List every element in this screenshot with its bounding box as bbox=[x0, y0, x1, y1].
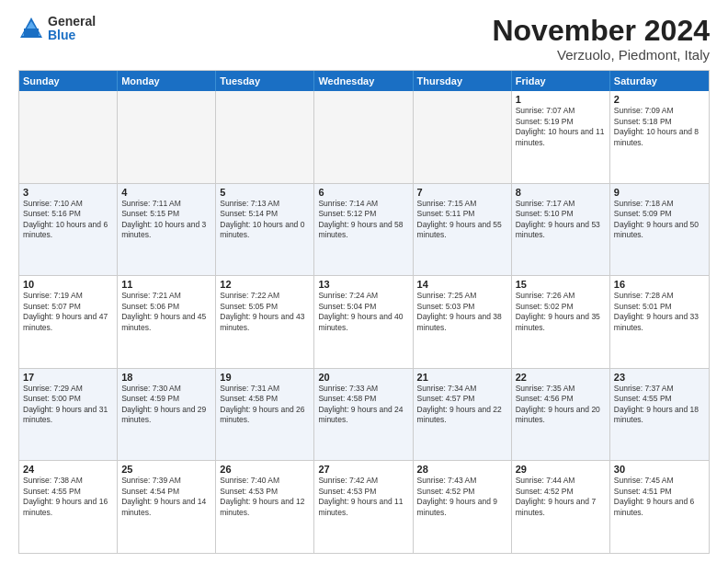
day-cell: 9Sunrise: 7:18 AM Sunset: 5:09 PM Daylig… bbox=[610, 184, 709, 276]
day-info: Sunrise: 7:26 AM Sunset: 5:02 PM Dayligh… bbox=[516, 291, 606, 333]
day-number: 18 bbox=[121, 372, 211, 383]
day-info: Sunrise: 7:07 AM Sunset: 5:19 PM Dayligh… bbox=[516, 106, 606, 148]
day-cell: 3Sunrise: 7:10 AM Sunset: 5:16 PM Daylig… bbox=[19, 184, 118, 276]
day-number: 15 bbox=[516, 279, 606, 290]
day-cell: 14Sunrise: 7:25 AM Sunset: 5:03 PM Dayli… bbox=[414, 276, 512, 368]
day-cell: 24Sunrise: 7:38 AM Sunset: 4:55 PM Dayli… bbox=[19, 461, 118, 553]
day-number: 4 bbox=[121, 187, 211, 198]
day-cell bbox=[118, 91, 216, 183]
week-row-2: 3Sunrise: 7:10 AM Sunset: 5:16 PM Daylig… bbox=[19, 184, 709, 277]
day-cell: 22Sunrise: 7:35 AM Sunset: 4:56 PM Dayli… bbox=[512, 369, 610, 461]
title-section: November 2024 Verzuolo, Piedmont, Italy bbox=[492, 15, 710, 63]
day-cell: 29Sunrise: 7:44 AM Sunset: 4:52 PM Dayli… bbox=[512, 461, 610, 553]
day-info: Sunrise: 7:13 AM Sunset: 5:14 PM Dayligh… bbox=[220, 199, 310, 241]
day-info: Sunrise: 7:14 AM Sunset: 5:12 PM Dayligh… bbox=[318, 199, 408, 241]
week-row-1: 1Sunrise: 7:07 AM Sunset: 5:19 PM Daylig… bbox=[19, 91, 709, 184]
day-number: 29 bbox=[516, 464, 606, 475]
day-cell bbox=[19, 91, 118, 183]
day-cell: 4Sunrise: 7:11 AM Sunset: 5:15 PM Daylig… bbox=[118, 184, 216, 276]
calendar-header: SundayMondayTuesdayWednesdayThursdayFrid… bbox=[19, 71, 709, 91]
calendar-body: 1Sunrise: 7:07 AM Sunset: 5:19 PM Daylig… bbox=[19, 91, 709, 553]
day-cell: 11Sunrise: 7:21 AM Sunset: 5:06 PM Dayli… bbox=[118, 276, 216, 368]
day-info: Sunrise: 7:19 AM Sunset: 5:07 PM Dayligh… bbox=[23, 291, 113, 333]
day-cell: 18Sunrise: 7:30 AM Sunset: 4:59 PM Dayli… bbox=[118, 369, 216, 461]
day-cell: 17Sunrise: 7:29 AM Sunset: 5:00 PM Dayli… bbox=[19, 369, 118, 461]
day-number: 26 bbox=[220, 464, 310, 475]
day-number: 19 bbox=[220, 372, 310, 383]
day-cell: 15Sunrise: 7:26 AM Sunset: 5:02 PM Dayli… bbox=[512, 276, 610, 368]
day-info: Sunrise: 7:17 AM Sunset: 5:10 PM Dayligh… bbox=[516, 199, 606, 241]
day-cell: 6Sunrise: 7:14 AM Sunset: 5:12 PM Daylig… bbox=[314, 184, 413, 276]
day-number: 30 bbox=[614, 464, 705, 475]
day-info: Sunrise: 7:45 AM Sunset: 4:51 PM Dayligh… bbox=[614, 476, 705, 518]
day-cell: 28Sunrise: 7:43 AM Sunset: 4:52 PM Dayli… bbox=[414, 461, 512, 553]
day-cell: 19Sunrise: 7:31 AM Sunset: 4:58 PM Dayli… bbox=[216, 369, 314, 461]
day-info: Sunrise: 7:34 AM Sunset: 4:57 PM Dayligh… bbox=[417, 384, 507, 426]
day-number: 11 bbox=[121, 279, 211, 290]
logo: General Blue bbox=[18, 15, 96, 43]
calendar: SundayMondayTuesdayWednesdayThursdayFrid… bbox=[18, 70, 710, 554]
day-cell: 23Sunrise: 7:37 AM Sunset: 4:55 PM Dayli… bbox=[610, 369, 709, 461]
day-number: 3 bbox=[23, 187, 113, 198]
day-number: 13 bbox=[318, 279, 408, 290]
day-cell: 21Sunrise: 7:34 AM Sunset: 4:57 PM Dayli… bbox=[414, 369, 512, 461]
logo-icon bbox=[18, 16, 44, 41]
day-cell: 10Sunrise: 7:19 AM Sunset: 5:07 PM Dayli… bbox=[19, 276, 118, 368]
day-number: 28 bbox=[417, 464, 507, 475]
day-number: 12 bbox=[220, 279, 310, 290]
day-info: Sunrise: 7:25 AM Sunset: 5:03 PM Dayligh… bbox=[417, 291, 507, 333]
day-info: Sunrise: 7:43 AM Sunset: 4:52 PM Dayligh… bbox=[417, 476, 507, 518]
day-cell: 30Sunrise: 7:45 AM Sunset: 4:51 PM Dayli… bbox=[610, 461, 709, 553]
day-number: 14 bbox=[417, 279, 507, 290]
day-info: Sunrise: 7:09 AM Sunset: 5:18 PM Dayligh… bbox=[614, 106, 705, 148]
day-number: 27 bbox=[318, 464, 408, 475]
day-cell bbox=[314, 91, 413, 183]
day-number: 16 bbox=[614, 279, 705, 290]
day-info: Sunrise: 7:42 AM Sunset: 4:53 PM Dayligh… bbox=[318, 476, 408, 518]
day-info: Sunrise: 7:22 AM Sunset: 5:05 PM Dayligh… bbox=[220, 291, 310, 333]
day-info: Sunrise: 7:30 AM Sunset: 4:59 PM Dayligh… bbox=[121, 384, 211, 426]
day-number: 8 bbox=[516, 187, 606, 198]
day-cell: 25Sunrise: 7:39 AM Sunset: 4:54 PM Dayli… bbox=[118, 461, 216, 553]
page: General Blue November 2024 Verzuolo, Pie… bbox=[0, 0, 728, 563]
day-header-monday: Monday bbox=[118, 71, 216, 91]
day-number: 21 bbox=[417, 372, 507, 383]
day-number: 2 bbox=[614, 94, 705, 105]
location: Verzuolo, Piedmont, Italy bbox=[492, 47, 710, 63]
day-cell: 16Sunrise: 7:28 AM Sunset: 5:01 PM Dayli… bbox=[610, 276, 709, 368]
day-number: 1 bbox=[516, 94, 606, 105]
day-cell: 8Sunrise: 7:17 AM Sunset: 5:10 PM Daylig… bbox=[512, 184, 610, 276]
day-info: Sunrise: 7:38 AM Sunset: 4:55 PM Dayligh… bbox=[23, 476, 113, 518]
day-cell: 5Sunrise: 7:13 AM Sunset: 5:14 PM Daylig… bbox=[216, 184, 314, 276]
day-info: Sunrise: 7:39 AM Sunset: 4:54 PM Dayligh… bbox=[121, 476, 211, 518]
day-info: Sunrise: 7:33 AM Sunset: 4:58 PM Dayligh… bbox=[318, 384, 408, 426]
day-info: Sunrise: 7:11 AM Sunset: 5:15 PM Dayligh… bbox=[121, 199, 211, 241]
day-cell: 27Sunrise: 7:42 AM Sunset: 4:53 PM Dayli… bbox=[314, 461, 413, 553]
day-number: 7 bbox=[417, 187, 507, 198]
day-number: 5 bbox=[220, 187, 310, 198]
day-info: Sunrise: 7:10 AM Sunset: 5:16 PM Dayligh… bbox=[23, 199, 113, 241]
day-header-thursday: Thursday bbox=[414, 71, 512, 91]
week-row-3: 10Sunrise: 7:19 AM Sunset: 5:07 PM Dayli… bbox=[19, 276, 709, 369]
day-number: 24 bbox=[23, 464, 113, 475]
day-header-tuesday: Tuesday bbox=[216, 71, 314, 91]
week-row-4: 17Sunrise: 7:29 AM Sunset: 5:00 PM Dayli… bbox=[19, 369, 709, 462]
day-header-friday: Friday bbox=[512, 71, 610, 91]
day-number: 17 bbox=[23, 372, 113, 383]
day-cell: 7Sunrise: 7:15 AM Sunset: 5:11 PM Daylig… bbox=[414, 184, 512, 276]
day-cell: 2Sunrise: 7:09 AM Sunset: 5:18 PM Daylig… bbox=[610, 91, 709, 183]
day-header-sunday: Sunday bbox=[19, 71, 118, 91]
day-number: 22 bbox=[516, 372, 606, 383]
day-info: Sunrise: 7:40 AM Sunset: 4:53 PM Dayligh… bbox=[220, 476, 310, 518]
day-info: Sunrise: 7:31 AM Sunset: 4:58 PM Dayligh… bbox=[220, 384, 310, 426]
day-info: Sunrise: 7:18 AM Sunset: 5:09 PM Dayligh… bbox=[614, 199, 705, 241]
day-cell bbox=[216, 91, 314, 183]
day-info: Sunrise: 7:24 AM Sunset: 5:04 PM Dayligh… bbox=[318, 291, 408, 333]
day-info: Sunrise: 7:44 AM Sunset: 4:52 PM Dayligh… bbox=[516, 476, 606, 518]
day-number: 20 bbox=[318, 372, 408, 383]
day-info: Sunrise: 7:37 AM Sunset: 4:55 PM Dayligh… bbox=[614, 384, 705, 426]
month-title: November 2024 bbox=[492, 15, 710, 47]
day-info: Sunrise: 7:15 AM Sunset: 5:11 PM Dayligh… bbox=[417, 199, 507, 241]
day-info: Sunrise: 7:29 AM Sunset: 5:00 PM Dayligh… bbox=[23, 384, 113, 426]
day-cell: 12Sunrise: 7:22 AM Sunset: 5:05 PM Dayli… bbox=[216, 276, 314, 368]
